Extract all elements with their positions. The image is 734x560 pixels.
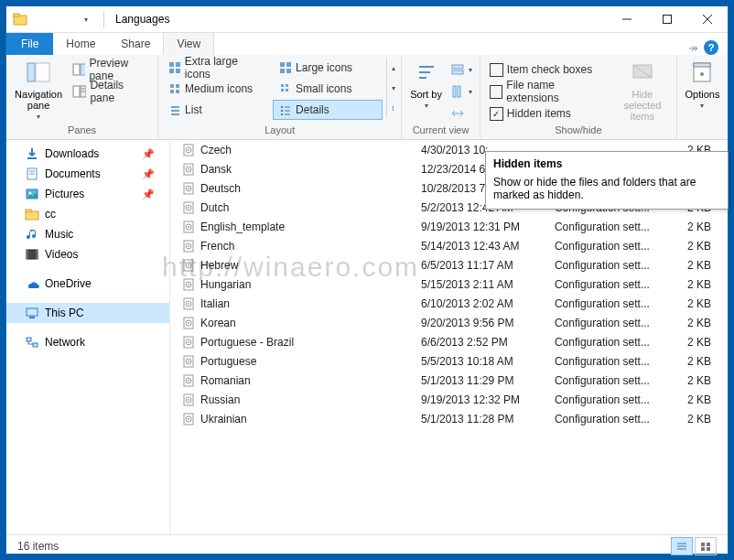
settings-file-icon — [181, 296, 196, 311]
file-date: 6/5/2013 11:17 AM — [416, 255, 549, 275]
table-row[interactable]: Ukrainian5/1/2013 11:28 PMConfiguration … — [170, 409, 728, 428]
file-date: 9/19/2013 12:31 PM — [416, 217, 549, 236]
sidebar-item[interactable]: This PC — [6, 303, 169, 323]
navigation-sidebar[interactable]: Downloads📌Documents📌Pictures📌ccMusicVide… — [6, 140, 170, 534]
sidebar-item[interactable]: OneDrive — [6, 274, 169, 294]
sidebar-item-label: Network — [45, 336, 85, 349]
sidebar-item[interactable]: Pictures📌 — [6, 184, 169, 204]
sidebar-item[interactable]: Documents📌 — [6, 164, 169, 184]
table-row[interactable]: Romanian5/1/2013 11:29 PMConfiguration s… — [170, 371, 728, 390]
sidebar-item[interactable]: Music — [6, 224, 169, 244]
file-type: Configuration sett... — [549, 255, 682, 275]
layout-gallery-scroll[interactable]: ▴▾⁞ — [386, 58, 399, 118]
sort-by-button[interactable]: Sort by▾ — [407, 58, 444, 110]
minimize-button[interactable] — [607, 6, 647, 32]
svg-rect-21 — [286, 69, 291, 73]
table-row[interactable]: Russian9/19/2013 12:32 PMConfiguration s… — [170, 390, 728, 409]
table-row[interactable]: English_template9/19/2013 12:31 PMConfig… — [170, 217, 728, 236]
layout-small-icons[interactable]: Small icons — [273, 79, 383, 99]
table-row[interactable]: Korean9/20/2013 9:56 PMConfiguration set… — [170, 313, 728, 332]
maximize-button[interactable] — [647, 6, 687, 32]
layout-details[interactable]: Details — [273, 100, 383, 120]
svg-rect-116 — [707, 543, 710, 546]
settings-file-icon — [181, 412, 196, 426]
add-columns-button[interactable]: ▾ — [448, 81, 474, 102]
preview-pane-button[interactable]: Preview pane — [69, 59, 152, 80]
svg-rect-6 — [27, 63, 35, 81]
svg-rect-28 — [281, 89, 284, 92]
file-type: Configuration sett... — [549, 390, 682, 409]
large-icons-view-button[interactable] — [695, 537, 717, 555]
list-icon — [168, 103, 181, 116]
file-type: Configuration sett... — [549, 351, 682, 371]
settings-file-icon — [181, 239, 196, 253]
close-button[interactable] — [687, 6, 728, 32]
file-name: Italian — [200, 297, 230, 310]
svg-point-57 — [29, 192, 32, 195]
file-tab[interactable]: File — [6, 33, 53, 55]
hidden-items-toggle[interactable]: ✓Hidden items — [486, 103, 610, 124]
help-icon[interactable]: ? — [704, 40, 718, 55]
svg-point-81 — [188, 226, 189, 228]
file-name: Czech — [200, 144, 232, 156]
table-row[interactable]: Italian6/10/2013 2:02 AMConfiguration se… — [170, 294, 728, 313]
layout-medium-icons[interactable]: Medium icons — [162, 79, 272, 99]
sidebar-item[interactable]: Downloads📌 — [6, 144, 169, 164]
doc-icon — [25, 167, 39, 181]
table-row[interactable]: Portuguese5/5/2013 10:18 AMConfiguration… — [170, 351, 728, 371]
video-icon — [25, 247, 39, 262]
sidebar-item-label: OneDrive — [45, 277, 92, 290]
item-check-boxes-toggle[interactable]: Item check boxes — [486, 59, 610, 80]
options-button[interactable]: Options▾ — [683, 58, 722, 110]
file-name: French — [200, 240, 234, 253]
item-count: 16 items — [17, 540, 59, 553]
table-row[interactable]: Hebrew6/5/2013 11:17 AMConfiguration set… — [170, 255, 728, 275]
file-name: Russian — [200, 393, 240, 406]
svg-rect-17 — [176, 69, 180, 73]
svg-rect-50 — [694, 63, 710, 67]
file-name: Hungarian — [200, 278, 251, 291]
file-name: Dansk — [200, 163, 232, 176]
group-by-button[interactable]: ▾ — [448, 59, 474, 80]
svg-rect-19 — [286, 62, 291, 67]
settings-file-icon — [181, 393, 196, 407]
qat-slot[interactable] — [54, 9, 74, 29]
sidebar-item-label: Music — [45, 228, 73, 241]
table-row[interactable]: Portuguese - Brazil6/6/2013 2:52 PMConfi… — [170, 332, 728, 351]
svg-rect-9 — [81, 64, 85, 75]
file-date: 6/6/2013 2:52 PM — [416, 332, 549, 351]
sidebar-item-label: Downloads — [45, 147, 99, 160]
file-size: 2 KB — [682, 371, 728, 390]
layout-gallery[interactable]: Extra large icons Large icons Medium ico… — [162, 58, 383, 120]
checkbox-unchecked-icon — [490, 85, 503, 99]
svg-rect-20 — [280, 69, 285, 73]
navigation-pane-button[interactable]: Navigation pane▾ — [12, 58, 65, 121]
size-columns-button[interactable] — [448, 103, 474, 124]
minimize-ribbon-icon[interactable]: ↠ — [688, 41, 698, 55]
tab-home[interactable]: Home — [53, 33, 108, 55]
sidebar-item[interactable]: Videos — [6, 244, 169, 264]
file-size: 2 KB — [682, 313, 728, 332]
sidebar-item[interactable]: Network — [6, 332, 169, 352]
table-row[interactable]: French5/14/2013 12:43 AMConfiguration se… — [170, 236, 728, 255]
file-name-extensions-toggle[interactable]: File name extensions — [486, 81, 610, 102]
file-name: English_template — [200, 221, 285, 233]
table-row[interactable]: Hungarian5/15/2013 2:11 AMConfiguration … — [170, 275, 728, 294]
sidebar-item[interactable]: cc — [6, 204, 169, 224]
qat-dropdown[interactable]: ▾ — [76, 9, 96, 29]
layout-large-icons[interactable]: Large icons — [273, 58, 383, 78]
svg-rect-115 — [701, 543, 705, 546]
thispc-icon — [25, 306, 39, 320]
details-view-button[interactable] — [671, 537, 693, 555]
layout-extra-large-icons[interactable]: Extra large icons — [162, 58, 272, 78]
file-name: Romanian — [200, 374, 251, 387]
tab-view[interactable]: View — [163, 32, 214, 55]
file-size: 2 KB — [682, 351, 728, 371]
dl-icon — [25, 146, 39, 161]
layout-list[interactable]: List — [162, 100, 272, 120]
details-pane-button[interactable]: Details pane — [69, 81, 152, 102]
tab-share[interactable]: Share — [108, 33, 163, 55]
qat-slot[interactable] — [32, 9, 52, 29]
svg-rect-25 — [176, 90, 179, 93]
svg-rect-7 — [36, 63, 49, 81]
